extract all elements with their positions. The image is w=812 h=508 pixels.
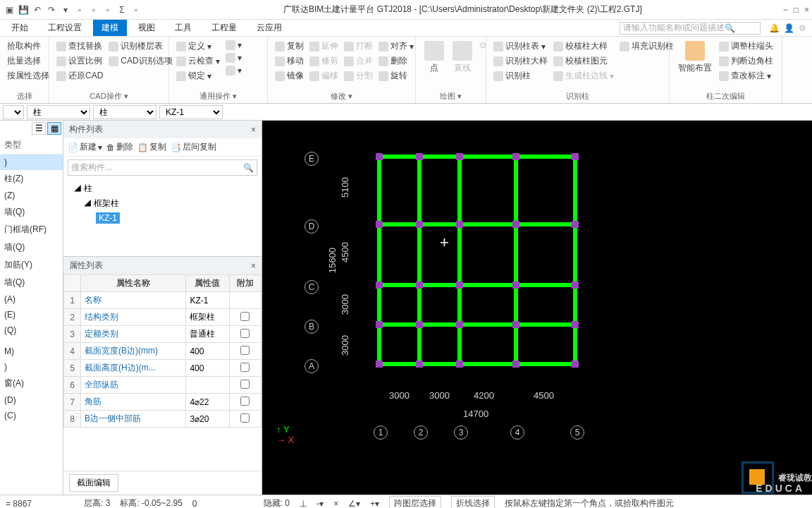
offset[interactable]: 偏移 [308, 69, 340, 83]
left-item[interactable]: 门框墙(RF) [0, 221, 63, 238]
tab-model[interactable]: 建模 [93, 20, 127, 36]
tab-quantity[interactable]: 工程量 [203, 20, 245, 36]
tab-tools[interactable]: 工具 [166, 20, 200, 36]
qat-icon[interactable]: Σ [116, 4, 128, 16]
trim[interactable]: 修剪 [308, 54, 340, 68]
split[interactable]: 分割 [343, 69, 374, 83]
batch-select[interactable]: 批量选择 [6, 54, 51, 68]
tree-node-root[interactable]: ◢ 柱 [70, 181, 254, 196]
menu-icon[interactable]: ⚙ [799, 23, 806, 33]
check-col-elem[interactable]: 校核柱图元 [552, 54, 615, 68]
polyline-select[interactable]: 折线选择 [451, 496, 495, 508]
qat-icon[interactable]: ▫ [130, 4, 142, 16]
left-item[interactable]: (Q) [0, 322, 63, 338]
align[interactable]: 对齐▾ [377, 40, 415, 53]
dd-layer[interactable] [3, 105, 24, 119]
status-icon[interactable]: ⊥ [300, 499, 307, 509]
new-button[interactable]: 📄新建▾ [68, 141, 102, 153]
copy-button[interactable]: 📋复制 [137, 141, 166, 153]
cloud-check[interactable]: 云检查▾ [175, 54, 221, 68]
delete-button[interactable]: 🗑删除 [106, 141, 133, 153]
save-icon[interactable]: 💾 [17, 4, 30, 16]
view-card-icon[interactable]: ▦ [47, 122, 61, 135]
restore-cad[interactable]: 还原CAD [55, 69, 104, 83]
delete[interactable]: 删除 [377, 54, 415, 68]
break[interactable]: 打断 [343, 40, 374, 53]
chk[interactable] [240, 312, 250, 321]
left-item[interactable]: (E) [0, 307, 63, 322]
tree-node-leaf[interactable]: KZ-1 [70, 211, 254, 225]
tab-cloud[interactable]: 云应用 [248, 20, 290, 36]
id-col[interactable]: 识别柱 [492, 69, 549, 83]
check-col-detail[interactable]: 校核柱大样 [552, 40, 615, 53]
tab-start[interactable]: 开始 [3, 20, 37, 36]
judge-corner[interactable]: 判断边角柱 [718, 54, 775, 68]
op2[interactable]: ▾ [224, 52, 243, 64]
op1[interactable]: ▾ [224, 40, 243, 51]
op3[interactable]: ▾ [224, 65, 243, 76]
set-scale[interactable]: 设置比例 [55, 54, 104, 68]
minimize-icon[interactable]: − [783, 5, 788, 15]
status-icon[interactable]: ▫▾ [316, 499, 324, 509]
check-label[interactable]: 查改标注▾ [718, 69, 775, 83]
move[interactable]: 移动 [273, 54, 305, 68]
left-item[interactable]: (D) [0, 392, 63, 408]
chk[interactable] [240, 380, 250, 389]
view-list-icon[interactable]: ☰ [32, 122, 46, 135]
left-item[interactable]: 墙(Q) [0, 203, 63, 221]
find-replace[interactable]: 查找替换 [55, 40, 104, 53]
tab-settings[interactable]: 工程设置 [39, 20, 90, 36]
extend[interactable]: 延伸 [308, 40, 340, 53]
cross-layer-select[interactable]: 跨图层选择 [389, 496, 441, 508]
merge[interactable]: 合并 [343, 54, 374, 68]
chk[interactable] [240, 346, 250, 355]
copy[interactable]: 复制 [273, 40, 305, 53]
define[interactable]: 定义▾ [175, 40, 221, 53]
undo-icon[interactable]: ↶ [31, 4, 44, 16]
mirror[interactable]: 镜像 [273, 69, 305, 83]
point[interactable]: 点 [422, 40, 447, 91]
left-item[interactable]: 窗(A) [0, 375, 63, 392]
drawing-canvas[interactable]: E D C B A 1 2 3 4 5 3000 3000 4200 4500 … [262, 121, 812, 495]
left-item[interactable]: 加筋(Y) [0, 256, 63, 274]
cad-identify-options[interactable]: CAD识别选项 [107, 54, 173, 68]
id-col-table[interactable]: 识别柱表▾ [492, 40, 549, 53]
chk[interactable] [240, 363, 250, 372]
tree-search[interactable]: 搜索构件...🔍 [68, 159, 257, 176]
left-item[interactable] [0, 338, 63, 344]
status-icon[interactable]: ∠▾ [348, 499, 360, 509]
gen-col-edge[interactable]: 生成柱边线▾ [552, 69, 615, 83]
maximize-icon[interactable]: □ [794, 5, 799, 15]
left-item[interactable]: 墙(Q) [0, 274, 63, 291]
select-by-prop[interactable]: 按属性选择 [6, 69, 51, 83]
help-search[interactable]: 请输入功能名称或问题描述🔍 [620, 22, 761, 35]
section-edit-button[interactable]: 截面编辑 [69, 474, 118, 492]
floor-copy-button[interactable]: 📑层间复制 [171, 141, 216, 153]
chk[interactable] [240, 329, 250, 338]
fill-id-col[interactable]: 填充识别柱 [618, 40, 675, 53]
left-item[interactable]: ) [0, 359, 63, 375]
close-icon[interactable]: × [804, 5, 809, 15]
adjust-col-end[interactable]: 调整柱端头 [718, 40, 775, 53]
qat-icon[interactable]: ▫ [87, 4, 100, 16]
left-item[interactable]: ) [0, 155, 63, 170]
qat-icon[interactable]: ▫ [102, 4, 114, 16]
bell-icon[interactable]: 🔔 [769, 23, 780, 33]
redo-icon[interactable]: ↷ [45, 4, 58, 16]
status-icon[interactable]: +▾ [370, 499, 379, 509]
property-table[interactable]: 属性名称属性值附加 1名称KZ-1 2结构类别框架柱 3定额类别普通柱 4截面宽… [63, 274, 262, 428]
id-col-detail[interactable]: 识别柱大样 [492, 54, 549, 68]
tree-node-sub[interactable]: ◢ 框架柱 [70, 196, 254, 211]
identify-floor-table[interactable]: 识别楼层表 [107, 40, 173, 53]
left-item[interactable]: 柱(Z) [0, 170, 63, 188]
left-item[interactable]: 墙(Q) [0, 238, 63, 256]
rotate[interactable]: 旋转 [377, 69, 415, 83]
qat-icon[interactable]: ▾ [59, 4, 72, 16]
lock[interactable]: 锁定▾ [175, 69, 221, 83]
chk[interactable] [240, 397, 250, 406]
left-item[interactable]: (Z) [0, 188, 63, 203]
left-item[interactable]: (C) [0, 408, 63, 423]
status-icon[interactable]: × [333, 499, 338, 509]
chk[interactable] [240, 413, 250, 423]
panel-close-icon[interactable]: × [251, 125, 256, 135]
